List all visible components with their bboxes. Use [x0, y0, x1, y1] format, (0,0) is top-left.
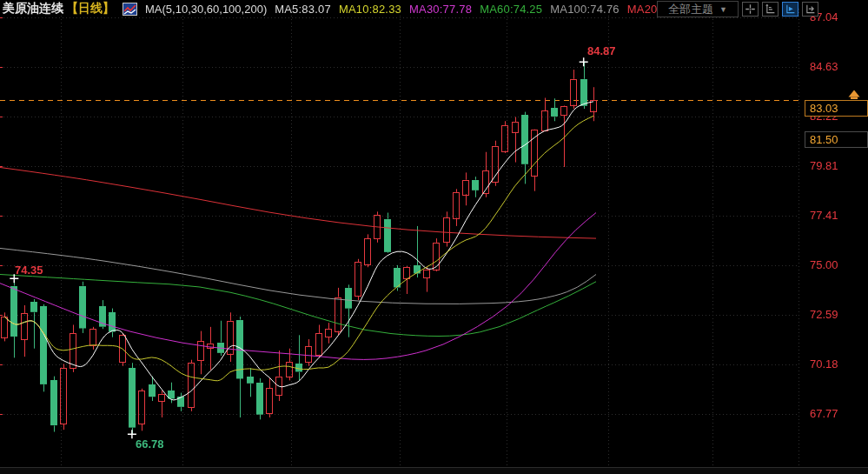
axis-flag-icon: [785, 3, 796, 15]
ma60-value: MA60:74.25: [480, 3, 542, 16]
price-axis[interactable]: 87.0484.6382.2279.8177.4175.0072.5970.18…: [799, 0, 868, 467]
chevron-down-icon: ▼: [719, 5, 727, 14]
alert-price-box: 81.50: [805, 131, 868, 148]
ma10-value: MA10:82.33: [339, 3, 401, 16]
axis-price-label: 75.00: [810, 258, 838, 271]
move-crosshair-icon: [745, 3, 756, 15]
axis-price-label: 79.81: [810, 159, 838, 172]
instrument-title: 美原油连续: [3, 1, 63, 17]
line-chart-icon: [123, 3, 137, 16]
pan-tool-button[interactable]: [742, 2, 759, 17]
axis-price-label: 70.18: [810, 357, 838, 371]
axis-shift-button[interactable]: [802, 2, 818, 17]
candlestick-chart-canvas[interactable]: [0, 0, 868, 474]
current-price-box: 83.03: [805, 100, 868, 117]
axis-price-label: 77.41: [810, 209, 838, 222]
axis-price-label: 84.63: [810, 60, 838, 73]
axis-scale-button[interactable]: [762, 2, 779, 17]
chart-toolbar: 全部主题 ▼: [657, 1, 818, 17]
chart-app-window: 美原油连续 【日线】 MA(5,10,30,60,100,200) MA5:83…: [0, 0, 868, 474]
theme-dropdown-label: 全部主题: [668, 2, 713, 17]
time-axis-strip: [0, 467, 868, 474]
timeframe-label: 【日线】: [66, 1, 115, 17]
ma-function-label: MA(5,10,30,60,100,200): [145, 3, 267, 16]
price-annotation: 74.35: [15, 264, 43, 277]
ma100-value: MA100:74.76: [550, 3, 620, 16]
axis-flag-button[interactable]: [782, 2, 798, 17]
axis-scale-icon: [765, 3, 776, 15]
axis-price-label: 72.59: [810, 308, 838, 321]
ma30-value: MA30:77.78: [409, 3, 472, 16]
axis-price-label: 67.77: [810, 407, 838, 420]
ma5-value: MA5:83.07: [275, 3, 331, 16]
price-annotation: 66.78: [136, 437, 164, 451]
axis-shift-right-icon: [805, 3, 816, 15]
price-annotation: 84.87: [587, 44, 616, 57]
theme-dropdown[interactable]: 全部主题 ▼: [657, 1, 739, 17]
chart-header: 美原油连续 【日线】 MA(5,10,30,60,100,200) MA5:83…: [0, 0, 690, 17]
